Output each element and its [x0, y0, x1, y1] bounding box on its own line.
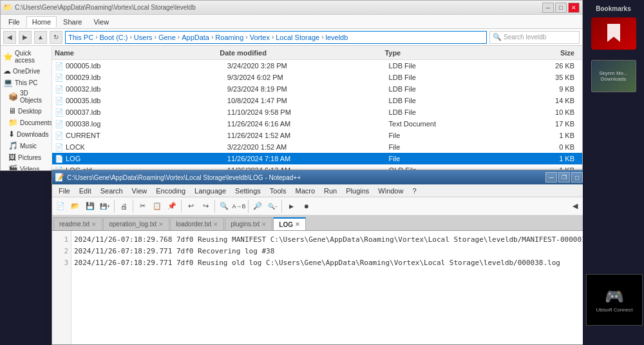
- sidebar-item-pictures[interactable]: 🖼 Pictures: [1, 152, 52, 163]
- npp-tool-paste[interactable]: 📌: [165, 199, 179, 213]
- breadcrumb-path[interactable]: This PC › Boot (C:) › Users › Gene › App…: [65, 31, 487, 44]
- sidebar-item-videos[interactable]: 🎬 Videos: [1, 163, 52, 170]
- npp-menu-search[interactable]: Search: [97, 186, 127, 195]
- ribbon-tab-view[interactable]: View: [88, 17, 114, 27]
- quickaccess-icon: ⭐: [3, 52, 13, 61]
- file-row-7[interactable]: 📄 LOCK 3/22/2020 1:52 AM File 0 KB: [52, 141, 582, 153]
- header-name[interactable]: Name: [55, 49, 220, 57]
- npp-editor[interactable]: 2024/11/26-07:18:29.768 7df0 Reusing MAN…: [71, 231, 589, 344]
- breadcrumb-appdata[interactable]: AppData: [182, 34, 209, 41]
- npp-menu-view[interactable]: View: [128, 186, 151, 195]
- npp-tool-zoomout[interactable]: 🔍-: [265, 199, 279, 213]
- sidebar-item-onedrive[interactable]: ☁ OneDrive: [1, 65, 52, 77]
- breadcrumb-vortex[interactable]: Vortex: [250, 34, 270, 41]
- npp-tool-extra1[interactable]: ▶: [284, 199, 298, 213]
- refresh-button[interactable]: ↻: [50, 31, 62, 44]
- sidebar-item-thispc[interactable]: 💻 This PC: [1, 77, 52, 88]
- breadcrumb-gene[interactable]: Gene: [158, 34, 176, 41]
- npp-title-text: 📝 C:\Users\Gene\AppData\Roaming\Vortex\L…: [55, 173, 301, 182]
- file-name-1: 000029.ldb: [66, 74, 227, 81]
- sidebar-item-downloads[interactable]: ⬇ Downloads: [1, 128, 52, 140]
- search-box[interactable]: 🔍 Search leveldb: [489, 31, 580, 44]
- npp-app-icon: 📝: [55, 173, 64, 182]
- sidebar-item-3dobjects[interactable]: 📦 3D Objects: [1, 88, 52, 105]
- ribbon-tab-share[interactable]: Share: [58, 17, 87, 27]
- npp-tool-cut[interactable]: ✂: [135, 199, 149, 213]
- ribbon-tab-home[interactable]: Home: [26, 16, 57, 27]
- file-row-8[interactable]: 📄 LOG 11/26/2024 7:18 AM File 1 KB: [52, 153, 582, 164]
- npp-minimize-button[interactable]: ─: [545, 172, 557, 182]
- file-row-4[interactable]: 📄 000037.ldb 11/10/2024 9:58 PM LDB File…: [52, 106, 582, 118]
- npp-tool-redo[interactable]: ↪: [198, 199, 213, 213]
- maximize-button[interactable]: □: [555, 3, 567, 13]
- npp-tab-readme-label: readme.txt: [59, 221, 90, 228]
- npp-tab-log-label: LOG: [279, 221, 293, 228]
- npp-tool-zoomin[interactable]: 🔎: [251, 199, 265, 213]
- minimize-button[interactable]: ─: [542, 3, 554, 13]
- npp-tool-saveall[interactable]: 💾+: [98, 199, 112, 213]
- file-row-3[interactable]: 📄 000035.ldb 10/8/2024 1:47 PM LDB File …: [52, 95, 582, 106]
- npp-tool-find[interactable]: 🔍: [217, 199, 231, 213]
- file-row-0[interactable]: 📄 000005.ldb 3/24/2020 3:28 PM LDB File …: [52, 60, 582, 72]
- npp-restore-button[interactable]: ❐: [558, 172, 570, 182]
- npp-tab-loadorder[interactable]: loadorder.txt ✕: [170, 217, 224, 230]
- file-row-1[interactable]: 📄 000029.ldb 9/3/2024 6:02 PM LDB File 3…: [52, 72, 582, 83]
- forward-button[interactable]: ▶: [19, 31, 32, 44]
- npp-tab-log[interactable]: LOG ✕: [273, 217, 306, 230]
- file-name-2: 000032.ldb: [66, 85, 227, 93]
- npp-tool-undo[interactable]: ↩: [184, 199, 198, 213]
- file-date-8: 11/26/2024 7:18 AM: [227, 155, 389, 163]
- header-size[interactable]: Size: [509, 49, 580, 57]
- npp-tool-extra2[interactable]: ⏺: [299, 199, 313, 213]
- sidebar-item-music[interactable]: 🎵 Music: [1, 140, 52, 152]
- npp-tab-readme-close[interactable]: ✕: [91, 221, 97, 228]
- npp-tab-plugins[interactable]: plugins.txt ✕: [225, 217, 272, 230]
- npp-menu-file[interactable]: File: [55, 186, 74, 195]
- npp-tab-oplog[interactable]: operation_log.txt ✕: [103, 217, 169, 230]
- npp-menu-language[interactable]: Language: [191, 186, 230, 195]
- npp-tab-log-close[interactable]: ✕: [295, 221, 300, 228]
- npp-tool-save[interactable]: 💾: [83, 199, 97, 213]
- npp-tab-readme[interactable]: readme.txt ✕: [53, 217, 102, 230]
- npp-tool-print[interactable]: 🖨: [117, 199, 131, 213]
- npp-tool-replace[interactable]: A→B: [232, 199, 246, 213]
- npp-menu-tools[interactable]: Tools: [266, 186, 290, 195]
- npp-tool-new[interactable]: 📄: [53, 199, 68, 213]
- sidebar-item-documents[interactable]: 📁 Documents: [1, 117, 52, 128]
- file-icon-1: 📄: [55, 74, 64, 82]
- npp-menu-run[interactable]: Run: [320, 186, 341, 195]
- file-type-6: File: [389, 132, 510, 139]
- breadcrumb-roaming[interactable]: Roaming: [215, 34, 243, 41]
- npp-maximize-button[interactable]: □: [571, 172, 583, 182]
- sidebar-item-desktop[interactable]: 🖥 Desktop: [1, 105, 52, 117]
- npp-menu-encoding[interactable]: Encoding: [152, 186, 189, 195]
- breadcrumb-localstorage[interactable]: Local Storage: [276, 34, 319, 41]
- breadcrumb-thispc[interactable]: This PC: [68, 34, 93, 41]
- sidebar-item-quickaccess[interactable]: ⭐ Quick access: [1, 48, 52, 65]
- back-button[interactable]: ◀: [3, 31, 16, 44]
- explorer-folder-icon: 📁: [3, 3, 12, 12]
- npp-tab-loadorder-close[interactable]: ✕: [213, 221, 218, 228]
- npp-tool-copy[interactable]: 📋: [150, 199, 164, 213]
- npp-tab-oplog-close[interactable]: ✕: [158, 221, 164, 228]
- close-button[interactable]: ✕: [568, 3, 580, 13]
- npp-menu-edit[interactable]: Edit: [75, 186, 95, 195]
- npp-menu-help[interactable]: ?: [408, 186, 420, 195]
- npp-menu-settings[interactable]: Settings: [231, 186, 265, 195]
- file-row-6[interactable]: 📄 CURRENT 11/26/2024 1:52 AM File 1 KB: [52, 130, 582, 141]
- breadcrumb-bootc[interactable]: Boot (C:): [99, 34, 128, 41]
- header-type[interactable]: Type: [384, 49, 508, 57]
- npp-menu-window[interactable]: Window: [374, 186, 407, 195]
- ribbon-tab-file[interactable]: File: [3, 17, 25, 27]
- npp-menu-macro[interactable]: Macro: [291, 186, 319, 195]
- file-row-5[interactable]: 📄 000038.log 11/26/2024 6:16 AM Text Doc…: [52, 118, 582, 130]
- up-button[interactable]: ▲: [34, 31, 47, 44]
- npp-tool-open[interactable]: 📂: [68, 199, 82, 213]
- breadcrumb-users[interactable]: Users: [134, 34, 153, 41]
- npp-menu-plugins[interactable]: Plugins: [342, 186, 373, 195]
- header-date[interactable]: Date modified: [220, 49, 384, 57]
- breadcrumb-leveldb[interactable]: leveldb: [325, 34, 348, 41]
- file-row-2[interactable]: 📄 000032.ldb 9/23/2024 8:19 PM LDB File …: [52, 83, 582, 95]
- npp-tab-plugins-close[interactable]: ✕: [261, 221, 267, 228]
- npp-tab-scroll-left[interactable]: ◀: [568, 199, 582, 213]
